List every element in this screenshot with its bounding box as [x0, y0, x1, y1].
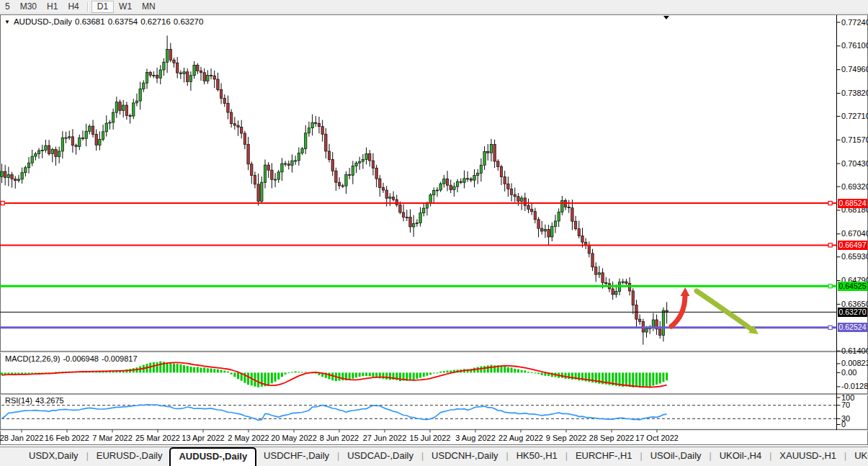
symbol-tab-hk50-h1[interactable]: HK50-,H1 — [509, 447, 565, 466]
symbol-tab-audusd-daily[interactable]: AUDUSD-,Daily — [169, 447, 256, 466]
timeframe-button-w1[interactable]: W1 — [114, 1, 137, 12]
symbol-tab-eurchf-h1[interactable]: EURCHF-,H1 — [568, 447, 640, 466]
symbol-tab-ukoil-daily[interactable]: UKOil-,Daily — [847, 447, 868, 466]
symbol-tab-xauusd-h1[interactable]: XAUUSD-,H1 — [772, 447, 844, 466]
chart-frame — [0, 15, 868, 445]
mt4-window: 5M30H1H4D1W1MN ▼AUDUSD-,Daily0.636810.63… — [0, 0, 868, 466]
symbol-tab-eurusd-daily[interactable]: EURUSD-,Daily — [89, 447, 170, 466]
symbol-tab-usdcnh-daily[interactable]: USDCNH-,Daily — [424, 447, 505, 466]
chart-canvas[interactable] — [0, 0, 868, 445]
timeframe-button-mn[interactable]: MN — [137, 1, 161, 12]
symbol-tab-bar: USDX,Daily|EURUSD-,DailyAUDUSD-,DailyUSD… — [0, 447, 868, 466]
symbol-tab-usdchf-daily[interactable]: USDCHF-,Daily — [256, 447, 336, 466]
timeframe-button-m30[interactable]: M30 — [15, 1, 42, 12]
symbol-tab-ukoil-h4[interactable]: UKOil-,H4 — [712, 447, 769, 466]
toolbar-divider — [87, 2, 89, 12]
timeframe-button-h1[interactable]: H1 — [42, 1, 63, 12]
timeframe-button-h4[interactable]: H4 — [63, 1, 84, 12]
symbol-tab-usoil-daily[interactable]: USOil-,Daily — [643, 447, 709, 466]
symbol-tab-usdcad-daily[interactable]: USDCAD-,Daily — [340, 447, 421, 466]
timeframe-button-d1[interactable]: D1 — [91, 1, 114, 13]
timeframe-toolbar: 5M30H1H4D1W1MN — [0, 0, 868, 14]
timeframe-button-5[interactable]: 5 — [0, 1, 15, 12]
symbol-tab-usdx-daily[interactable]: USDX,Daily — [22, 447, 86, 466]
